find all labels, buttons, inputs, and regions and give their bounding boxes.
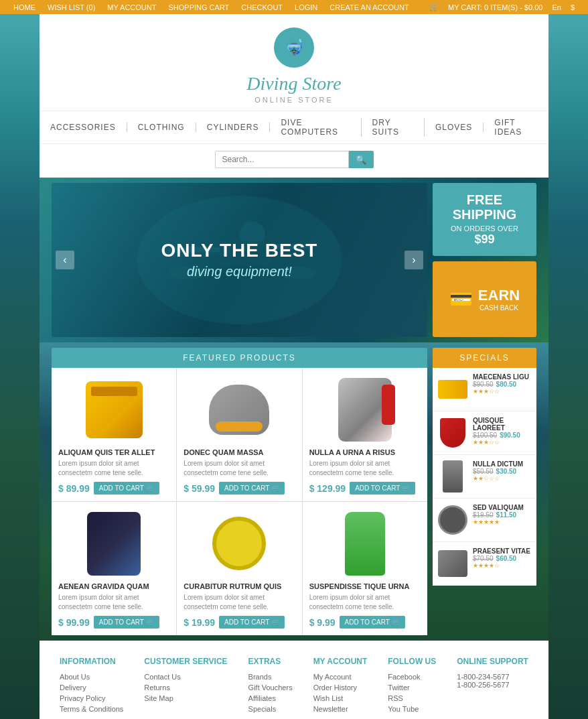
- footer-affiliates[interactable]: Affiliates: [248, 694, 293, 702]
- footer-newsletter[interactable]: Newsletter: [313, 705, 368, 713]
- stars-5: ★★★★☆: [473, 562, 532, 569]
- add-to-cart-2[interactable]: ADD TO CART 🛒: [219, 482, 285, 495]
- product-card-1: ALIQUAM QUIS TER ALLET Lorem ipsum dolor…: [52, 368, 176, 501]
- product-desc-4: Lorem ipsum dolor sit amet consectetm co…: [58, 593, 169, 612]
- footer-gift-vouchers[interactable]: Gift Vouchers: [248, 683, 293, 692]
- stars-1: ★★★☆☆: [473, 388, 532, 395]
- add-to-cart-6[interactable]: ADD TO CART 🛒: [340, 616, 405, 629]
- footer-main: INFORMATION About Us Delivery Privacy Po…: [40, 641, 548, 719]
- footer-specials[interactable]: Specials: [248, 705, 293, 713]
- product-name-5: CURABITUR RUTRUM QUIS: [183, 582, 295, 590]
- footer-wish-list[interactable]: Wish List: [313, 694, 368, 702]
- shipping-title-1: FREE: [439, 192, 530, 207]
- footer-order-history[interactable]: Order History: [313, 683, 368, 692]
- nav-cylinders[interactable]: CYLINDERS: [196, 123, 271, 132]
- footer-rss[interactable]: RSS: [388, 694, 436, 702]
- nav-clothing[interactable]: CLOTHING: [127, 123, 196, 132]
- wetsuit-icon: [87, 512, 141, 576]
- hero-headline: ONLY THE BEST: [161, 241, 318, 261]
- footer-privacy[interactable]: Privacy Policy: [60, 694, 123, 702]
- footer-customer-service: CUSTOMER SERVICE Contact Us Returns Site…: [144, 657, 227, 716]
- product-desc-6: Lorem ipsum dolor sit amet consectetm co…: [309, 593, 421, 612]
- nav-wishlist[interactable]: WISH LIST (0): [48, 3, 95, 11]
- nav-cart-link[interactable]: SHOPPING CART: [168, 3, 229, 11]
- top-bar: HOME WISH LIST (0) MY ACCOUNT SHOPPING C…: [0, 0, 588, 14]
- nav-dive-computers[interactable]: DIVE COMPUTERS: [270, 118, 361, 137]
- footer-terms[interactable]: Terms & Conditions: [60, 705, 123, 713]
- product-desc-2: Lorem ipsum dolor sit amet consectetm co…: [183, 459, 295, 478]
- product-img-5: [183, 510, 295, 577]
- product-name-1: ALIQUAM QUIS TER ALLET: [58, 448, 169, 456]
- special-old-price-4: $19.50: [473, 511, 494, 519]
- product-img-1: [58, 376, 169, 443]
- footer-contact[interactable]: Contact Us: [144, 673, 227, 681]
- footer-information: INFORMATION About Us Delivery Privacy Po…: [60, 657, 123, 716]
- product-card-2: DONEC QUAM MASSA Lorem ipsum dolor sit a…: [177, 368, 301, 501]
- special-name-3: NULLA DICTUM: [473, 460, 532, 468]
- site-subtitle: ONLINE STORE: [40, 96, 548, 104]
- footer-extras-title: EXTRAS: [248, 657, 293, 666]
- nav-create-account[interactable]: CREATE AN ACCOUNT: [329, 3, 409, 11]
- footer-support: ONLINE SUPPORT 1-800-234-5677 1-800-256-…: [457, 657, 528, 716]
- footer-brands[interactable]: Brands: [248, 673, 293, 681]
- footer-returns[interactable]: Returns: [144, 683, 227, 692]
- hero-text: ONLY THE BEST diving equipment!: [161, 241, 318, 279]
- hero-section: ‹ ONLY THE BEST diving equipment! › FREE…: [40, 178, 548, 342]
- footer-about[interactable]: About Us: [60, 673, 123, 681]
- currency-selector[interactable]: $: [571, 3, 575, 11]
- nav-checkout[interactable]: CHECKOUT: [241, 3, 283, 11]
- add-to-cart-4[interactable]: ADD TO CART 🛒: [94, 616, 159, 629]
- product-card-3: NULLA A URNA A RISUS Lorem ipsum dolor s…: [303, 368, 427, 501]
- add-to-cart-5[interactable]: ADD TO CART 🛒: [219, 616, 285, 629]
- hero-subline: diving equipment!: [161, 264, 318, 279]
- footer-my-account[interactable]: My Account: [313, 673, 368, 681]
- search-input[interactable]: [215, 151, 349, 168]
- hero-next-button[interactable]: ›: [405, 251, 423, 269]
- main-nav: ACCESSORIES CLOTHING CYLINDERS DIVE COMP…: [40, 111, 548, 144]
- shipping-desc: ON ORDERS OVER: [439, 224, 530, 233]
- footer-sitemap[interactable]: Site Map: [144, 694, 227, 702]
- main-wrapper: 🤿 Diving Store ONLINE STORE ACCESSORIES …: [40, 14, 548, 719]
- shoes-icon: [209, 385, 269, 435]
- nav-home[interactable]: HOME: [13, 3, 35, 11]
- nav-gloves[interactable]: GLOVES: [425, 123, 484, 132]
- top-bar-right: 🛒 MY CART: 0 ITEM(S) - $0.00 En $: [429, 3, 575, 11]
- cart-icon: 🛒: [429, 3, 439, 11]
- search-bar: 🔍: [40, 144, 548, 178]
- gloves-icon: [438, 550, 467, 577]
- special-new-price-3: $30.50: [496, 468, 517, 475]
- footer-phone-2: 1-800-256-5677: [457, 681, 528, 689]
- cart-info[interactable]: MY CART: 0 ITEM(S) - $0.00: [448, 3, 542, 11]
- footer-delivery[interactable]: Delivery: [60, 683, 123, 692]
- add-to-cart-1[interactable]: ADD TO CART 🛒: [94, 482, 159, 495]
- hero-prev-button[interactable]: ‹: [56, 251, 74, 269]
- footer-facebook[interactable]: Facebook: [388, 673, 436, 681]
- special-name-5: PRAESENT VITAE: [473, 547, 532, 555]
- footer-extras: EXTRAS Brands Gift Vouchers Affiliates S…: [248, 657, 293, 716]
- nav-myaccount[interactable]: MY ACCOUNT: [107, 3, 156, 11]
- nav-gift-ideas[interactable]: GIFT IDEAS: [484, 118, 548, 137]
- hero-banner: ‹ ONLY THE BEST diving equipment! ›: [52, 183, 427, 337]
- footer-youtube[interactable]: You Tube: [388, 705, 436, 713]
- product-desc-3: Lorem ipsum dolor sit amet consectetm co…: [309, 459, 421, 478]
- nav-login[interactable]: LOGIN: [295, 3, 317, 11]
- site-title[interactable]: Diving Store: [40, 73, 548, 94]
- search-button[interactable]: 🔍: [349, 151, 374, 168]
- special-name-2: QUISQUE LAOREET: [473, 417, 532, 432]
- product-name-6: SUSPENDISSE TIQUE URNA: [309, 582, 421, 590]
- footer-twitter[interactable]: Twitter: [388, 683, 436, 692]
- footer-phone-1: 1-800-234-5677: [457, 673, 528, 681]
- nav-accessories[interactable]: ACCESSORIES: [40, 123, 127, 132]
- nav-dry-suits[interactable]: DRY SUITS: [362, 118, 425, 137]
- lang-selector[interactable]: En: [552, 3, 561, 11]
- watch-icon: [212, 517, 266, 570]
- product-price-6: $ 9.99: [309, 617, 336, 628]
- product-name-4: AENEAN GRAVIDA QUAM: [58, 582, 169, 590]
- footer-support-title: ONLINE SUPPORT: [457, 657, 528, 666]
- add-to-cart-3[interactable]: ADD TO CART 🛒: [350, 482, 415, 495]
- specials-list: MAECENAS LIGU $90.50 $80.50 ★★★☆☆: [433, 368, 536, 586]
- fin-icon: [440, 418, 465, 448]
- footer-customer-title: CUSTOMER SERVICE: [144, 657, 227, 666]
- footer-account: MY ACCOUNT My Account Order History Wish…: [313, 657, 368, 716]
- special-new-price-4: $11.50: [496, 511, 517, 519]
